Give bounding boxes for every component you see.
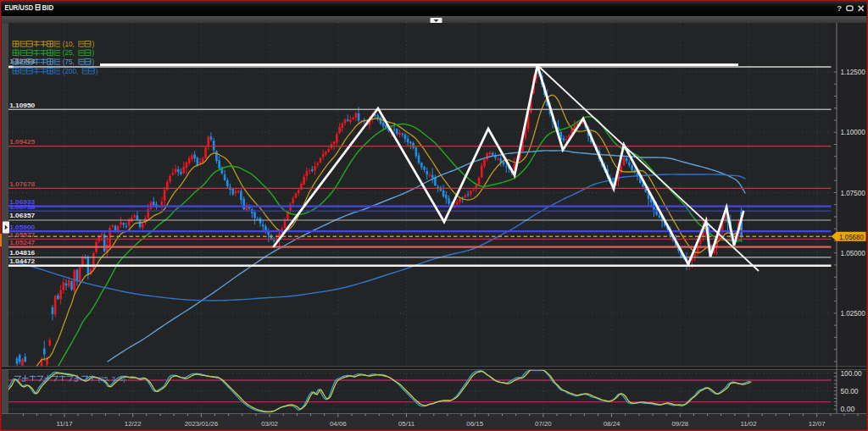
svg-text:04/06: 04/06 bbox=[330, 420, 347, 428]
svg-text:): ) bbox=[92, 41, 95, 48]
svg-text:): ) bbox=[92, 58, 95, 66]
svg-text:07/20: 07/20 bbox=[535, 420, 552, 428]
svg-text:1.07678: 1.07678 bbox=[9, 180, 36, 188]
svg-text:1.09425: 1.09425 bbox=[9, 138, 36, 146]
svg-text:1.05900: 1.05900 bbox=[9, 224, 36, 231]
svg-text:08/24: 08/24 bbox=[604, 420, 620, 428]
svg-text:1.07500: 1.07500 bbox=[841, 189, 866, 197]
svg-text:1.05247: 1.05247 bbox=[9, 239, 36, 246]
svg-text:?: ? bbox=[837, 3, 842, 13]
svg-text:06/15: 06/15 bbox=[466, 420, 483, 428]
svg-text:1.02500: 1.02500 bbox=[841, 309, 866, 318]
svg-text:12/07: 12/07 bbox=[809, 420, 826, 428]
svg-text:50.00: 50.00 bbox=[841, 387, 859, 395]
svg-text:1.05680: 1.05680 bbox=[839, 233, 864, 241]
svg-text:1.05577: 1.05577 bbox=[9, 231, 36, 239]
svg-text:09/28: 09/28 bbox=[671, 420, 688, 428]
svg-text:EUR/USD: EUR/USD bbox=[4, 3, 33, 12]
svg-text:11/17: 11/17 bbox=[56, 420, 72, 428]
svg-text:1.05000: 1.05000 bbox=[841, 249, 866, 257]
svg-text:1.10950: 1.10950 bbox=[9, 102, 36, 109]
svg-text:1.10000: 1.10000 bbox=[841, 128, 866, 136]
svg-text:12/22: 12/22 bbox=[125, 420, 142, 428]
svg-text:1.12500: 1.12500 bbox=[841, 68, 866, 76]
svg-text:100.00: 100.00 bbox=[841, 369, 863, 378]
svg-text:1.06357: 1.06357 bbox=[9, 212, 36, 219]
svg-text:1.04472: 1.04472 bbox=[9, 257, 36, 265]
svg-text:(200,: (200, bbox=[63, 68, 79, 75]
svg-text:03/02: 03/02 bbox=[261, 420, 278, 428]
svg-text:05/11: 05/11 bbox=[398, 420, 415, 428]
svg-text:11/02: 11/02 bbox=[740, 420, 756, 428]
svg-text:BID: BID bbox=[42, 3, 54, 12]
svg-text:): ) bbox=[96, 68, 98, 75]
svg-text:(25,: (25, bbox=[63, 49, 75, 57]
svg-text:(25, 3, 3): (25, 3, 3) bbox=[98, 375, 125, 383]
svg-text:(75,: (75, bbox=[63, 58, 75, 66]
svg-text:0.00: 0.00 bbox=[841, 405, 855, 413]
svg-text:): ) bbox=[92, 49, 95, 57]
svg-text:1.04816: 1.04816 bbox=[9, 249, 36, 257]
svg-text:1.06933: 1.06933 bbox=[9, 198, 36, 206]
svg-text:2023/01/26: 2023/01/26 bbox=[185, 420, 219, 428]
svg-text:(10,: (10, bbox=[63, 41, 75, 48]
